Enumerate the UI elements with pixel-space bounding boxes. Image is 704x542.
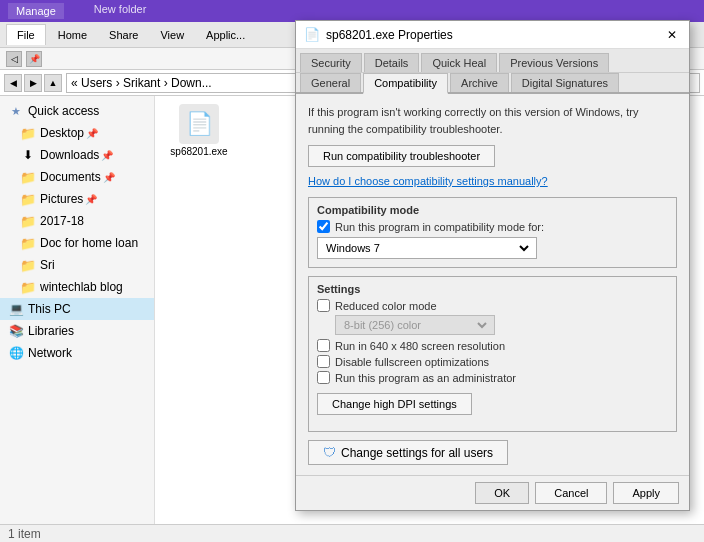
compat-mode-checkbox[interactable] (317, 220, 330, 233)
run-admin-row: Run this program as an administrator (317, 371, 668, 384)
compat-checkbox-row: Run this program in compatibility mode f… (317, 220, 668, 233)
settings-label: Settings (317, 283, 668, 295)
dialog-icon: 📄 (304, 27, 320, 42)
tab-general[interactable]: General (300, 73, 361, 92)
compat-mode-label: Compatibility mode (317, 204, 668, 216)
ok-button[interactable]: OK (475, 482, 529, 504)
compat-os-dropdown[interactable]: Windows 7 Windows XP (Service Pack 3) Wi… (317, 237, 537, 259)
dialog-tabs-row2: General Compatibility Archive Digital Si… (296, 73, 689, 94)
manual-settings-link[interactable]: How do I choose compatibility settings m… (308, 175, 677, 187)
properties-dialog: 📄 sp68201.exe Properties ✕ Security Deta… (295, 20, 690, 511)
run-640-checkbox[interactable] (317, 339, 330, 352)
dialog-footer: OK Cancel Apply (296, 475, 689, 510)
cancel-button[interactable]: Cancel (535, 482, 607, 504)
run-admin-label: Run this program as an administrator (335, 372, 516, 384)
run-admin-checkbox[interactable] (317, 371, 330, 384)
tab-archive[interactable]: Archive (450, 73, 509, 92)
disable-fullscreen-checkbox[interactable] (317, 355, 330, 368)
settings-group: Settings Reduced color mode 8-bit (256) … (308, 276, 677, 432)
disable-fullscreen-label: Disable fullscreen optimizations (335, 356, 489, 368)
reduced-color-row: Reduced color mode (317, 299, 668, 312)
tab-digital-signatures[interactable]: Digital Signatures (511, 73, 619, 92)
tab-previous-versions[interactable]: Previous Versions (499, 53, 609, 72)
all-users-button[interactable]: 🛡 Change settings for all users (308, 440, 508, 465)
run-troubleshooter-button[interactable]: Run compatibility troubleshooter (308, 145, 495, 167)
color-select: 8-bit (256) color 16-bit color (340, 318, 490, 332)
color-mode-dropdown[interactable]: 8-bit (256) color 16-bit color (335, 315, 495, 335)
compat-checkbox-label: Run this program in compatibility mode f… (335, 221, 544, 233)
dialog-title: sp68201.exe Properties (326, 28, 663, 42)
dialog-tabs-row1: Security Details Quick Heal Previous Ver… (296, 49, 689, 73)
reduced-color-checkbox[interactable] (317, 299, 330, 312)
compat-mode-group: Compatibility mode Run this program in c… (308, 197, 677, 268)
dialog-close-button[interactable]: ✕ (663, 26, 681, 44)
reduced-color-label: Reduced color mode (335, 300, 437, 312)
dialog-content: If this program isn't working correctly … (296, 94, 689, 475)
run-640-row: Run in 640 x 480 screen resolution (317, 339, 668, 352)
tab-compatibility[interactable]: Compatibility (363, 73, 448, 94)
info-text: If this program isn't working correctly … (308, 104, 677, 137)
tab-security[interactable]: Security (300, 53, 362, 72)
tab-details[interactable]: Details (364, 53, 420, 72)
dialog-overlay: 📄 sp68201.exe Properties ✕ Security Deta… (0, 0, 704, 542)
shield-icon: 🛡 (323, 445, 336, 460)
disable-fullscreen-row: Disable fullscreen optimizations (317, 355, 668, 368)
run-640-label: Run in 640 x 480 screen resolution (335, 340, 505, 352)
change-dpi-button[interactable]: Change high DPI settings (317, 393, 472, 415)
dialog-titlebar: 📄 sp68201.exe Properties ✕ (296, 21, 689, 49)
tab-quickheal[interactable]: Quick Heal (421, 53, 497, 72)
apply-button[interactable]: Apply (613, 482, 679, 504)
compat-os-select[interactable]: Windows 7 Windows XP (Service Pack 3) Wi… (322, 238, 532, 258)
